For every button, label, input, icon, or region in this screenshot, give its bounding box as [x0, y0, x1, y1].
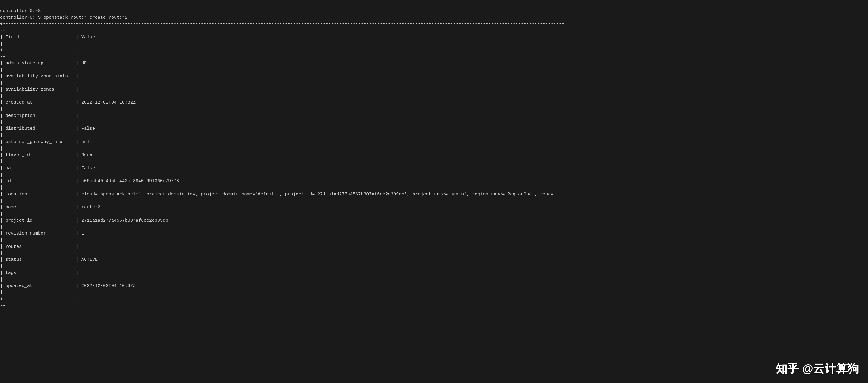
row-blank-7: |	[0, 146, 3, 151]
row-blank-11: |	[0, 199, 3, 204]
row-routes: | routes |	[0, 244, 564, 249]
separator-mid2: -+	[0, 54, 5, 59]
separator-bot: +---------------------------+-----------…	[0, 297, 564, 302]
row-id: | id | a06cab40-4d5b-442c-8840-991360c79…	[0, 179, 564, 184]
row-blank-2: |	[0, 80, 3, 85]
row-flavor: | flavor_id | None	[0, 152, 564, 158]
row-name: | name | router2	[0, 205, 564, 210]
row-description: | description |	[0, 113, 564, 118]
row-az-hints: | availability_zone_hints |	[0, 74, 564, 79]
row-blank-13: |	[0, 224, 3, 230]
row-blank-16: |	[0, 264, 3, 269]
row-blank-3: |	[0, 94, 3, 99]
row-updated-at: | updated_at | 2022-12-02T04:10:32Z	[0, 283, 564, 288]
row-blank-17: |	[0, 277, 3, 282]
row-blank-15: |	[0, 251, 3, 256]
row-blank-9: |	[0, 172, 3, 177]
row-ext-gw: | external_gateway_info | null	[0, 139, 564, 144]
row-blank-4: |	[0, 107, 3, 112]
table-header: | Field | Value	[0, 35, 564, 40]
separator-top: +---------------------------+-----------…	[0, 22, 564, 27]
table-row-blank: |	[0, 41, 3, 46]
row-created-at: | created_at | 2022-12-02T04:10:32Z	[0, 100, 564, 105]
row-status: | status | ACTIVE	[0, 257, 564, 262]
separator-mid: +---------------------------+-----------…	[0, 47, 564, 53]
row-admin-state-up: | admin_state_up | UP	[0, 61, 564, 66]
row-blank-6: |	[0, 133, 3, 138]
row-location: | location | cloud='openstack_helm', pro…	[0, 192, 564, 197]
command-line: controller-0:~$ openstack router create …	[0, 15, 127, 20]
row-revision: | revision_number | 1	[0, 231, 564, 236]
row-blank-8: |	[0, 159, 3, 164]
row-distributed: | distributed | False	[0, 126, 564, 131]
row-blank-18: |	[0, 290, 3, 295]
row-tags: | tags |	[0, 270, 564, 276]
row-ha: | ha | False	[0, 166, 564, 171]
prompt-line-1: controller-0:~$	[0, 8, 41, 13]
row-blank-12: |	[0, 211, 3, 216]
row-blank-10: |	[0, 185, 3, 190]
table-header-separator: -+	[0, 28, 5, 33]
row-blank-5: |	[0, 120, 3, 125]
separator-bot2: -+	[0, 303, 5, 308]
row-project-id: | project_id | 2711a1ad277a4567b307af6ce…	[0, 218, 564, 223]
terminal-window: controller-0:~$ controller-0:~$ openstac…	[0, 0, 868, 383]
row-blank-1: |	[0, 67, 3, 73]
row-az: | availability_zones |	[0, 87, 564, 92]
row-blank-14: |	[0, 238, 3, 243]
terminal-output: controller-0:~$ controller-0:~$ openstac…	[0, 0, 868, 316]
